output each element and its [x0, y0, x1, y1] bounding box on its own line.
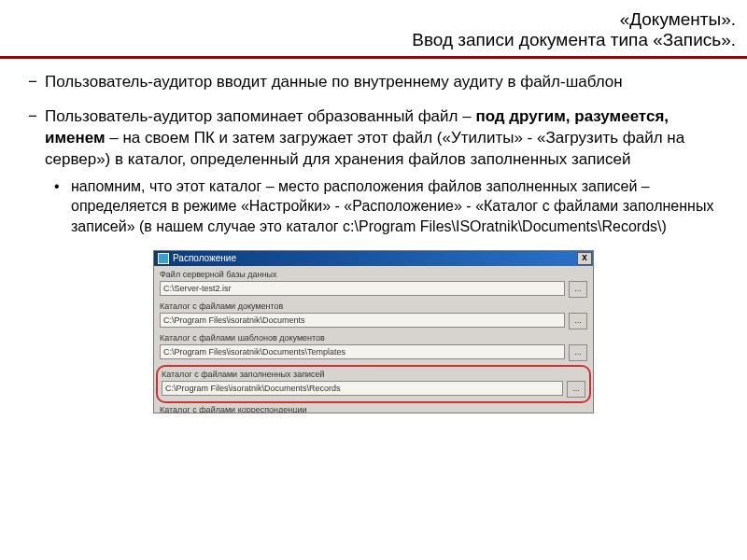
templates-path-input[interactable]: C:\Program Files\isoratnik\Documents\Tem… — [160, 344, 565, 359]
dialog-title: Расположение — [173, 253, 236, 263]
content-area: Пользователь-аудитор вводит данные по вн… — [0, 72, 747, 413]
browse-button[interactable]: ... — [569, 313, 587, 329]
group-label: Файл серверной базы данных — [160, 270, 587, 279]
list-item-text: Пользователь-аудитор вводит данные по вн… — [45, 73, 623, 91]
app-icon — [158, 253, 169, 264]
group-templates: Каталог с файлами шаблонов документов C:… — [160, 333, 587, 361]
group-label: Каталог с файлами корреспонденции — [160, 405, 587, 413]
server-db-path-input[interactable]: C:\Server-test2.isr — [160, 281, 565, 296]
divider — [0, 56, 747, 59]
location-dialog: Расположение x Файл серверной базы данны… — [153, 250, 594, 413]
sub-list-item: напомним, что этот каталог – место распо… — [71, 176, 719, 237]
sub-list-item-text: напомним, что этот каталог – место распо… — [71, 178, 713, 234]
browse-button[interactable]: ... — [569, 344, 587, 361]
group-documents: Каталог с файлами документов C:\Program … — [160, 301, 587, 329]
group-label: Каталог с файлами документов — [160, 301, 587, 311]
header-line-2: Ввод записи документа типа «Запись». — [9, 30, 736, 50]
list-item-text-pre: Пользователь-аудитор запоминает образова… — [45, 107, 475, 125]
main-list: Пользователь-аудитор вводит данные по вн… — [28, 72, 719, 237]
records-highlight: Каталог с файлами заполненных записей C:… — [156, 365, 591, 403]
sub-list: напомним, что этот каталог – место распо… — [45, 176, 719, 237]
slide-header: «Документы». Ввод записи документа типа … — [0, 0, 747, 56]
group-label: Каталог с файлами заполненных записей — [162, 370, 585, 379]
browse-button[interactable]: ... — [567, 381, 585, 398]
titlebar: Расположение x — [154, 251, 593, 266]
list-item: Пользователь-аудитор запоминает образова… — [45, 106, 719, 237]
list-item-text-post: – на своем ПК и затем загружает этот фай… — [45, 129, 684, 168]
group-server-db: Файл серверной базы данных C:\Server-tes… — [160, 270, 587, 298]
browse-button[interactable]: ... — [569, 281, 587, 298]
group-correspondence-cut: Каталог с файлами корреспонденции — [160, 405, 587, 413]
records-path-input[interactable]: C:\Program Files\isoratnik\Documents\Rec… — [162, 381, 563, 396]
header-line-1: «Документы». — [9, 9, 736, 30]
list-item: Пользователь-аудитор вводит данные по вн… — [45, 72, 719, 93]
close-button[interactable]: x — [577, 252, 592, 265]
group-label: Каталог с файлами шаблонов документов — [160, 333, 587, 343]
documents-path-input[interactable]: C:\Program Files\isoratnik\Documents — [160, 313, 565, 328]
